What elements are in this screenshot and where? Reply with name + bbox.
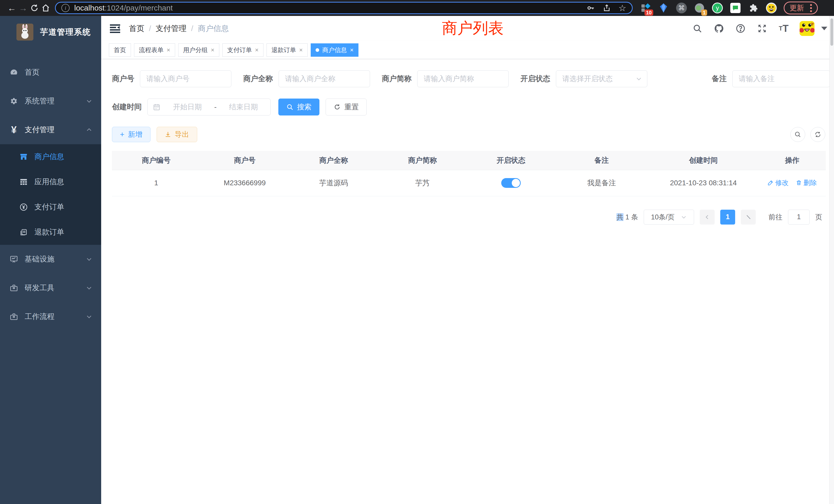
remark-label: 备注 [712, 74, 727, 84]
status-toggle[interactable] [501, 178, 521, 188]
search-icon[interactable] [692, 23, 703, 34]
user-avatar-pikachu[interactable] [799, 21, 814, 36]
sidebar-item-label: 基础设施 [25, 254, 54, 264]
forward-icon[interactable]: → [18, 2, 29, 14]
col-merchant-id: 商户编号 [112, 151, 200, 170]
browser-update-button[interactable]: 更新 [784, 2, 818, 14]
github-icon[interactable] [713, 23, 725, 34]
merchant-table: 商户编号 商户号 商户全称 商户简称 开启状态 备注 创建时间 操作 1 M23… [112, 151, 826, 196]
tab-merchant-info[interactable]: 商户信息× [311, 43, 358, 57]
table-row: 1 M233666999 芋道源码 芋艿 我是备注 2021-10-23 08:… [112, 170, 826, 196]
tab-pay-order[interactable]: 支付订单× [222, 43, 263, 57]
breadcrumb-separator: / [191, 24, 193, 33]
bookmark-star-icon[interactable]: ☆ [619, 3, 626, 13]
close-icon[interactable]: × [211, 46, 214, 54]
status-label: 开启状态 [521, 74, 550, 84]
edit-link[interactable]: 修改 [768, 178, 789, 187]
next-page-button[interactable] [741, 210, 756, 225]
create-time-range-input[interactable]: 开始日期 - 结束日期 [147, 98, 271, 115]
fullscreen-icon[interactable] [756, 23, 768, 34]
page-1-button[interactable]: 1 [720, 210, 735, 225]
top-navbar: 首页 / 支付管理 / 商户信息 商户列表 [101, 16, 834, 41]
prev-page-button[interactable] [700, 210, 715, 225]
col-actions: 操作 [759, 151, 826, 170]
emoji-profile-icon[interactable] [766, 2, 777, 14]
col-created-at: 创建时间 [648, 151, 759, 170]
help-icon[interactable] [735, 23, 746, 34]
collapse-sidebar-icon[interactable] [108, 21, 122, 36]
profile-extension-icon[interactable]: 1 [694, 2, 705, 14]
sidebar-item-merchant-info[interactable]: 商户信息 [0, 144, 101, 169]
close-icon[interactable]: × [299, 46, 303, 54]
tab-user-group[interactable]: 用户分组× [178, 43, 219, 57]
sidepanel-extension-icon[interactable]: 10 [640, 2, 651, 14]
tab-home[interactable]: 首页 [109, 43, 131, 57]
breadcrumb: 首页 / 支付管理 / 商户信息 [129, 23, 229, 34]
breadcrumb-pay[interactable]: 支付管理 [156, 23, 186, 34]
goto-label: 前往 [769, 212, 783, 222]
sidebar-item-home[interactable]: 首页 [0, 58, 101, 87]
delete-link-label: 删除 [804, 178, 817, 187]
page-scrollbar[interactable] [829, 16, 834, 504]
merchant-no-input[interactable] [140, 70, 232, 87]
full-name-input[interactable] [279, 70, 370, 87]
create-time-label: 创建时间 [112, 102, 142, 112]
breadcrumb-home[interactable]: 首页 [129, 23, 144, 34]
site-info-icon[interactable]: i [61, 4, 70, 12]
extensions-puzzle-icon[interactable] [748, 2, 759, 14]
sidebar-item-devtools[interactable]: 研发工具 [0, 274, 101, 302]
close-icon[interactable]: × [350, 46, 354, 54]
y-extension-icon[interactable]: y [712, 2, 723, 14]
avatar-caret-icon[interactable] [821, 27, 827, 30]
reset-button[interactable]: 重置 [326, 98, 367, 115]
sidebar-item-label: 支付管理 [25, 125, 54, 135]
sidebar-item-workflow[interactable]: 工作流程 [0, 302, 101, 331]
sidebar-item-infra[interactable]: 基础设施 [0, 245, 101, 274]
back-icon[interactable]: ← [6, 2, 18, 14]
reload-icon[interactable] [29, 2, 40, 14]
close-icon[interactable]: × [255, 46, 259, 54]
page-size-select[interactable]: 10条/页 [644, 210, 694, 225]
font-size-icon[interactable]: TT [778, 23, 789, 34]
toggle-search-icon[interactable] [790, 127, 805, 142]
share-icon[interactable] [602, 4, 611, 12]
home-icon[interactable] [40, 2, 51, 14]
tab-process-form[interactable]: 流程表单× [134, 43, 175, 57]
col-short-name: 商户简称 [378, 151, 467, 170]
chat-extension-icon[interactable] [730, 2, 741, 14]
password-key-icon[interactable] [586, 4, 595, 12]
browser-menu-icon[interactable] [810, 4, 812, 12]
sidebar-item-system[interactable]: 系统管理 [0, 87, 101, 115]
gem-extension-icon[interactable] [658, 2, 669, 14]
sidebar-item-pay[interactable]: ¥ 支付管理 [0, 115, 101, 144]
profile-badge: 1 [701, 9, 707, 16]
filter-row-1: 商户号 商户全称 商户简称 开启状态 [112, 70, 830, 87]
tab-label: 流程表单 [139, 46, 163, 54]
goto-page-input[interactable] [788, 210, 810, 225]
scrollbar-thumb[interactable] [830, 19, 833, 46]
search-button[interactable]: 搜索 [278, 98, 320, 115]
monitor-chart-icon [9, 255, 19, 264]
status-select[interactable] [556, 70, 647, 87]
sidebar-item-app-info[interactable]: 应用信息 [0, 169, 101, 194]
add-button[interactable]: + 新增 [112, 127, 151, 142]
col-full-name: 商户全称 [289, 151, 378, 170]
address-bar[interactable]: i localhost:1024/pay/merchant ☆ [55, 2, 633, 14]
refresh-table-icon[interactable] [810, 127, 825, 142]
cell-created-at: 2021-10-23 08:31:14 [648, 170, 759, 196]
command-extension-icon[interactable]: ⌘ [676, 2, 687, 14]
export-button[interactable]: 导出 [157, 127, 197, 142]
navbar-actions: TT [692, 21, 827, 36]
app-title: 芋道管理系统 [40, 27, 91, 38]
tab-label: 首页 [114, 46, 126, 54]
remark-input[interactable] [732, 70, 830, 87]
close-icon[interactable]: × [167, 46, 170, 54]
sidebar-item-pay-order[interactable]: 支付订单 [0, 194, 101, 220]
annotation-merchant-list: 商户列表 [442, 18, 504, 39]
extension-badge: 10 [644, 9, 653, 16]
short-name-input[interactable] [417, 70, 509, 87]
yen-icon: ¥ [9, 124, 19, 136]
sidebar-item-refund-order[interactable]: 退款订单 [0, 220, 101, 245]
tab-refund-order[interactable]: 退款订单× [266, 43, 308, 57]
delete-link[interactable]: 删除 [796, 178, 817, 187]
